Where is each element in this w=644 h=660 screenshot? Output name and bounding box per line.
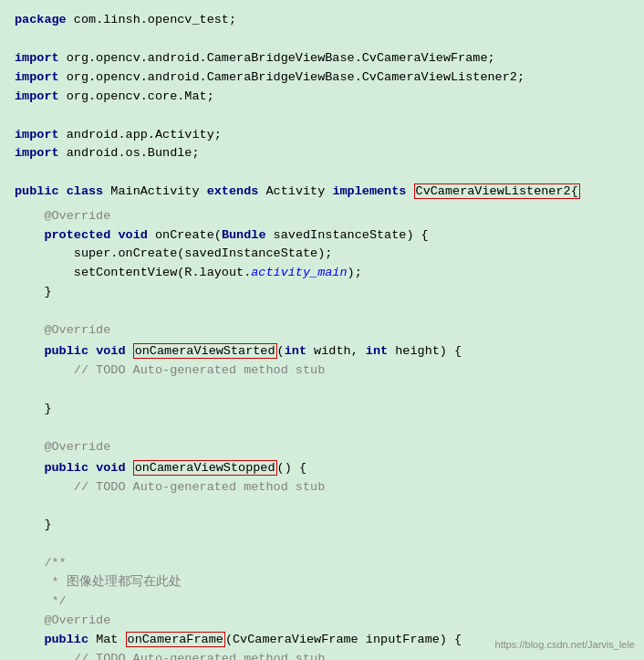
line-override3: @Override [15,438,629,457]
line-close-stopped: } [15,516,629,535]
line-oncameraviewstopped: public void onCameraViewStopped() { [15,459,629,478]
line-package: package com.linsh.opencv_test; [15,11,629,30]
line-close-oncreate: } [15,283,629,302]
line-setcontent: setContentView(R.layout.activity_main); [15,264,629,283]
line-override1: @Override [15,207,629,226]
line-super-oncreate: super.onCreate(savedInstanceState); [15,245,629,264]
line-class-decl: public class MainActivity extends Activi… [15,183,629,202]
line-import5: import android.os.Bundle; [15,144,629,163]
line-import3: import org.opencv.core.Mat; [15,88,629,107]
line-override2: @Override [15,321,629,340]
line-javadoc2: * 图像处理都写在此处 [15,573,629,592]
line-override4: @Override [15,612,629,631]
line-todo1: // TODO Auto-generated method stub [15,361,629,381]
line-import2: import org.opencv.android.CameraBridgeVi… [15,68,629,88]
line-close-started: } [15,400,629,419]
line-todo2: // TODO Auto-generated method stub [15,478,629,498]
watermark: https://blog.csdn.net/Jarvis_lele [495,637,635,653]
line-import4: import android.app.Activity; [15,126,629,145]
line-javadoc1: /** [15,554,629,573]
line-oncreate: protected void onCreate(Bundle savedInst… [15,226,629,246]
code-container: package com.linsh.opencv_test; import or… [0,0,644,660]
line-javadoc3: */ [15,592,629,612]
line-oncameraviewstarted: public void onCameraViewStarted(int widt… [15,342,629,361]
line-import1: import org.opencv.android.CameraBridgeVi… [15,49,629,68]
